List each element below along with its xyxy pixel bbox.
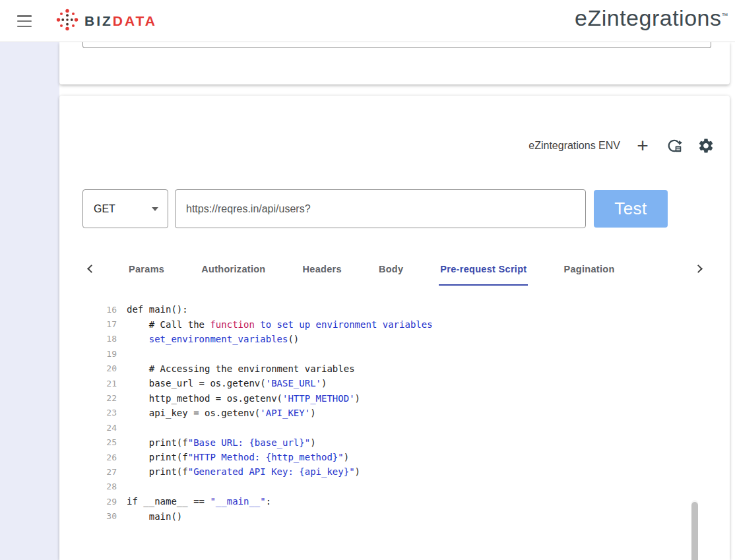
line-number: 24 [59, 423, 117, 433]
code-text: print(f"Generated API Key: {api_key}") [127, 466, 360, 477]
request-tabs: ParamsAuthorizationHeadersBodyPre-reques… [59, 254, 730, 286]
code-line: 22 http_method = os.getenv('HTTP_METHOD'… [59, 390, 680, 405]
editor-scrollbar-thumb[interactable] [691, 502, 698, 560]
code-line: 25 print(f"Base URL: {base_url}") [59, 435, 680, 450]
tabs-scroll-left-button[interactable] [87, 264, 96, 274]
line-number: 23 [59, 408, 117, 418]
chevron-right-icon [694, 264, 703, 273]
code-line: 18 set_environment_variables() [59, 332, 680, 346]
bizdata-wordmark: BIZDATA [84, 13, 157, 29]
code-text: http_method = os.getenv('HTTP_METHOD') [127, 393, 360, 404]
app-header: BIZDATA eZintegrations™ [0, 0, 735, 42]
line-number: 29 [59, 497, 117, 507]
code-line: 24 [59, 420, 680, 435]
tab-authorization[interactable]: Authorization [200, 254, 267, 286]
http-method-value: GET [94, 203, 152, 215]
tabs-scroll-right-button[interactable] [694, 264, 703, 274]
code-line: 21 base_url = os.getenv('BASE_URL') [59, 376, 680, 390]
code-line: 30 main() [59, 509, 680, 523]
line-number: 26 [59, 452, 117, 462]
code-line: 19 [59, 346, 680, 361]
tab-pagination[interactable]: Pagination [562, 254, 616, 286]
code-line: 28 [59, 480, 680, 494]
code-text: print(f"HTTP Method: {http_method}") [127, 452, 349, 462]
code-text: print(f"Base URL: {base_url}") [127, 437, 316, 448]
gear-icon [697, 137, 715, 154]
line-number: 30 [59, 511, 117, 521]
code-line: 27 print(f"Generated API Key: {api_key}"… [59, 464, 680, 479]
line-number: 27 [59, 467, 117, 477]
code-text: main() [127, 511, 182, 522]
page: BIZDATA eZintegrations™ eZintegrations E… [0, 0, 735, 560]
line-number: 28 [59, 482, 117, 491]
bizdata-logo[interactable]: BIZDATA [55, 8, 157, 34]
tab-params[interactable]: Params [127, 254, 166, 286]
pre-request-script-editor[interactable]: 16def main():17 # Call the function to s… [59, 296, 730, 540]
ezintegrations-logo: eZintegrations™ [575, 5, 728, 31]
tab-pre-request-script[interactable]: Pre-request Script [439, 254, 528, 286]
sync-environment-button[interactable] [665, 137, 684, 155]
environment-bar: eZintegrations ENV + [528, 137, 715, 155]
code-text: api_key = os.getenv('API_KEY') [127, 408, 316, 418]
code-text: set_environment_variables() [127, 334, 299, 344]
line-number: 21 [59, 379, 117, 389]
code-text: # Call the function to set up environmen… [127, 319, 433, 330]
line-number: 18 [59, 334, 117, 344]
code-text: if __name__ == "__main__": [127, 496, 271, 507]
tab-list: ParamsAuthorizationHeadersBodyPre-reques… [127, 254, 616, 286]
line-number: 16 [59, 305, 117, 315]
line-number: 25 [59, 437, 117, 447]
code-line: 17 # Call the function to set up environ… [59, 317, 680, 331]
code-lines: 16def main():17 # Call the function to s… [59, 302, 680, 524]
tab-body[interactable]: Body [377, 254, 404, 286]
environment-label: eZintegrations ENV [528, 140, 620, 152]
sync-icon [666, 137, 683, 154]
code-line: 29if __name__ == "__main__": [59, 494, 680, 509]
test-button[interactable]: Test [594, 190, 668, 228]
request-url-input[interactable] [175, 189, 586, 228]
code-line: 26 print(f"HTTP Method: {http_method}") [59, 450, 680, 464]
line-number: 17 [59, 319, 117, 329]
code-text: # Accessing the environment variables [127, 363, 355, 374]
editor-scrollbar[interactable] [691, 500, 698, 560]
left-sidebar-strip [0, 42, 59, 560]
plus-icon: + [637, 137, 649, 154]
code-line: 23 api_key = os.getenv('API_KEY') [59, 406, 680, 420]
trademark: ™ [722, 12, 729, 19]
previous-section-card [59, 42, 730, 84]
line-number: 22 [59, 393, 117, 403]
add-environment-button[interactable]: + [633, 137, 652, 155]
line-number: 19 [59, 349, 117, 359]
request-builder-card: eZintegrations ENV + GET Test [59, 96, 730, 560]
settings-button[interactable] [697, 137, 715, 155]
tab-headers[interactable]: Headers [302, 254, 343, 286]
code-line: 16def main(): [59, 302, 680, 317]
bizdata-dots-icon [55, 8, 79, 34]
code-line: 20 # Accessing the environment variables [59, 361, 680, 376]
chevron-down-icon [152, 207, 158, 211]
line-number: 20 [59, 363, 117, 373]
code-text: base_url = os.getenv('BASE_URL') [127, 378, 327, 389]
menu-icon[interactable] [17, 15, 32, 27]
code-text: def main(): [127, 304, 188, 315]
http-method-select[interactable]: GET [82, 189, 168, 228]
chevron-left-icon [87, 264, 96, 273]
